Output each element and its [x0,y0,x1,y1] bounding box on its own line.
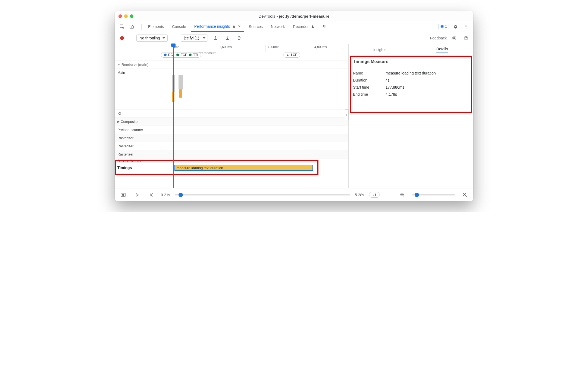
export-icon[interactable] [211,34,220,42]
feedback-link[interactable]: Feedback [430,36,447,40]
tab-insights[interactable]: Insights [349,44,411,55]
zoom-out-icon[interactable] [398,191,407,199]
svg-point-4 [466,25,467,26]
help-icon[interactable] [461,34,471,42]
panel-tabs: Elements Console Performance insights × … [115,21,473,32]
detail-row: Namemeasure loading text duration [353,71,469,75]
fcp-dot-icon [176,54,179,56]
delete-icon[interactable] [234,34,244,42]
tab-performance-insights[interactable]: Performance insights × [191,21,244,32]
tab-console[interactable]: Console [169,21,189,32]
settings-icon[interactable] [451,23,460,31]
record-button[interactable] [117,34,127,42]
flask-icon [232,24,236,28]
window-title: DevTools - jec.fyi/demo/perf-measure [115,14,473,18]
tti-dot-icon [189,54,192,56]
track-rasterizer[interactable]: Rasterizer [115,150,348,158]
svg-rect-2 [132,26,133,28]
content-area: 0ms 1,600ms 3,200ms 4,800ms https://jec.… [115,44,473,188]
titlebar: DevTools - jec.fyi/demo/perf-measure [115,11,473,21]
flask-icon [311,25,315,29]
svg-point-6 [466,27,467,28]
tab-details[interactable]: Details [411,44,474,55]
tracks: ▼ Renderer (main) Main IO ▶ Compositor [115,60,348,188]
title-url: jec.fyi/demo/perf-measure [279,14,330,18]
track-main[interactable]: Main [115,69,348,109]
detail-row: Start time177.886ms [353,85,469,89]
zoom-slider[interactable] [412,194,455,195]
svg-point-8 [452,36,456,40]
panel-settings-icon[interactable] [449,34,459,42]
axis-tick: 4,800ms [313,45,327,52]
inspect-element-icon[interactable] [117,23,127,31]
title-prefix: DevTools - [259,14,279,18]
skip-start-icon[interactable] [147,191,156,199]
tab-sources[interactable]: Sources [246,21,266,32]
lcp-warning-icon: ▲ [286,53,289,57]
chevron-right-icon: ▶ [117,120,120,123]
kebab-menu-icon[interactable] [461,23,471,31]
track-io[interactable]: IO [115,109,348,117]
issues-badge[interactable]: 1 [438,24,449,29]
time-axis: 0ms 1,600ms 3,200ms 4,800ms [115,44,348,52]
track-preload[interactable]: Preload scanner [115,126,348,134]
tab-elements[interactable]: Elements [145,21,167,32]
slider-thumb[interactable] [179,193,183,197]
svg-rect-3 [441,25,444,27]
svg-rect-10 [121,193,125,197]
timings-measure-bar[interactable]: measure loading text duration [174,165,313,171]
timeline[interactable]: 0ms 1,600ms 3,200ms 4,800ms https://jec.… [115,44,348,188]
svg-point-5 [466,26,467,27]
time-slider[interactable] [175,194,350,195]
details-panel: Timings Measure Namemeasure loading text… [349,55,473,103]
detail-row: Duration4s [353,78,469,82]
tab-network[interactable]: Network [268,21,288,32]
track-compositor[interactable]: ▶ Compositor [115,117,348,126]
tab-recorder[interactable]: Recorder [290,21,318,32]
details-heading: Timings Measure [353,59,469,67]
collapse-sidebar-icon[interactable]: › [345,109,349,120]
close-tab-icon[interactable]: × [238,24,240,29]
record-options-icon[interactable] [129,36,134,40]
zoom-in-icon[interactable] [460,191,470,199]
dcl-dot-icon [164,54,167,56]
import-icon[interactable] [223,34,232,42]
range-from: 0.21s [161,193,170,197]
detail-row: End time4.178s [353,92,469,97]
devtools-window: DevTools - jec.fyi/demo/perf-measure Ele… [115,11,473,201]
range-to: 5.28s [355,193,364,197]
play-icon[interactable] [133,191,142,199]
svg-point-7 [453,37,455,39]
throttling-select[interactable]: No throttling [136,35,168,42]
screenshot-toggle-icon[interactable] [118,191,128,199]
footer: 0.21s 5.28s x1 [115,188,473,201]
more-tabs-icon[interactable] [320,23,329,31]
marker-pill[interactable]: ▲LCP [283,52,300,58]
insights-toolbar: No throttling jec.fyi (1) Feedback [115,32,473,44]
device-toggle-icon[interactable] [127,23,136,31]
track-rasterizer[interactable]: Rasterizer [115,134,348,142]
playhead[interactable] [173,44,174,188]
track-timings[interactable]: Timings measure loading text duration [115,163,348,172]
speed-chip[interactable]: x1 [369,192,380,198]
track-renderer[interactable]: ▼ Renderer (main) [115,60,348,69]
axis-tick: 3,200ms [265,45,279,52]
timing-markers: DCL FCP TTI ▲LCP [115,52,348,59]
track-rasterizer[interactable]: Rasterizer [115,142,348,150]
sidebar: Insights Details Timings Measure Namemea… [348,44,473,188]
svg-point-11 [123,194,124,195]
sidebar-tabs: Insights Details [349,44,473,55]
track-service-worker[interactable]: Service Worker [115,158,348,163]
marker-pill[interactable]: DCL FCP TTI [161,52,201,58]
recording-select[interactable]: jec.fyi (1) [181,35,208,42]
chevron-down-icon: ▼ [117,63,120,66]
axis-tick: 1,600ms [218,45,232,52]
slider-thumb[interactable] [415,193,419,197]
